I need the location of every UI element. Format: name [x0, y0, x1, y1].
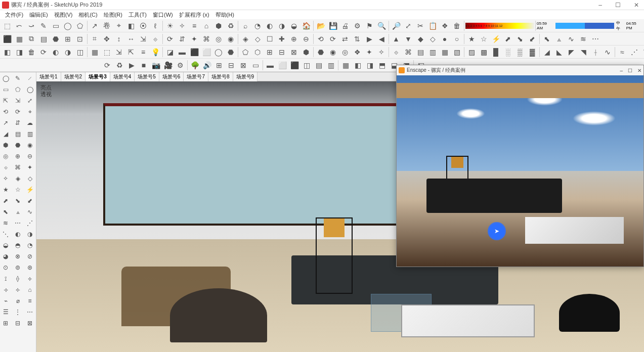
left-tool-42[interactable]: ⋱ [0, 229, 11, 239]
toolbar1-btn-3[interactable]: ✎ [37, 20, 50, 32]
toolbar2-btn-24[interactable]: ⊖ [300, 33, 312, 45]
toolbar3-btn-16[interactable]: ⬜ [200, 46, 212, 58]
left-tool-51[interactable]: ⊙ [0, 262, 11, 273]
left-tool-31[interactable]: ☆ [12, 185, 23, 195]
toolbar2-btn-28[interactable]: ⇅ [351, 33, 363, 45]
menu-tools[interactable]: 工具(T) [125, 11, 150, 19]
left-tool-60[interactable]: ⌁ [0, 296, 11, 306]
toolbar3-btn-29[interactable]: ✦ [363, 46, 375, 58]
toolbar2-btn-20[interactable]: ◇ [251, 33, 264, 45]
left-tool-47[interactable]: ◔ [24, 240, 35, 250]
toolbar2-btn-41[interactable]: ⬊ [514, 33, 526, 45]
toolbar1-btn-9[interactable]: ⌖ [113, 20, 125, 32]
left-tool-8[interactable]: ⤢ [24, 96, 35, 106]
toolbar3-btn-43[interactable]: ◢ [541, 46, 553, 58]
menu-file[interactable]: 文件(F) [2, 11, 26, 19]
toolbar3-btn-32[interactable]: ⌘ [402, 46, 414, 58]
toolbar2-btn-4[interactable]: ⬣ [50, 33, 62, 45]
toolbar3-btn-13[interactable]: ◪ [164, 46, 176, 58]
scene-tab-8[interactable]: 场景号8 [208, 72, 233, 81]
toolbar4-btn-20[interactable]: ◧ [352, 59, 364, 71]
toolbar4-btn-11[interactable]: ⊠ [237, 59, 249, 71]
toolbar1-btn-24[interactable]: 🏠 [300, 20, 312, 32]
toolbar3-btn-39[interactable]: █ [490, 46, 502, 58]
left-tool-63[interactable]: ☰ [0, 307, 11, 317]
toolbar2-btn-19[interactable]: ◈ [239, 33, 251, 45]
left-tool-23[interactable]: ⊖ [24, 151, 35, 161]
left-tool-54[interactable]: ⟟ [0, 274, 11, 284]
toolbar1-btn-22[interactable]: ◑ [276, 20, 288, 32]
left-tool-12[interactable]: ↗ [0, 118, 11, 128]
toolbar3-btn-34[interactable]: ▥ [426, 46, 439, 58]
left-tool-5[interactable]: ◯ [24, 84, 35, 95]
toolbar2-btn-34[interactable]: ◇ [426, 33, 439, 45]
left-tool-22[interactable]: ⊕ [12, 151, 23, 161]
toolbar1-btn-28[interactable]: ⚙ [351, 20, 363, 32]
toolbar1-btn-10[interactable]: ◧ [125, 20, 137, 32]
toolbar4-btn-16[interactable]: ◫ [300, 59, 313, 71]
toolbar4-btn-6[interactable]: ⚙ [174, 59, 186, 71]
toolbar2-btn-42[interactable]: ⬋ [526, 33, 538, 45]
toolbar3-btn-35[interactable]: ▦ [439, 46, 451, 58]
toolbar2-btn-21[interactable]: ☐ [264, 33, 276, 45]
toolbar2-btn-10[interactable]: ↔ [125, 33, 137, 45]
scene-tab-5[interactable]: 场景号5 [135, 72, 159, 81]
toolbar2-btn-38[interactable]: ☆ [478, 33, 490, 45]
left-tool-13[interactable]: ⇵ [12, 118, 23, 128]
toolbar1-btn-14[interactable]: ✧ [176, 20, 188, 32]
toolbar4-btn-2[interactable]: ▶ [125, 59, 138, 71]
toolbar3-btn-5[interactable]: ◑ [62, 46, 74, 58]
left-tool-15[interactable]: ◢ [0, 129, 11, 139]
toolbar3-btn-20[interactable]: ⬡ [251, 46, 264, 58]
toolbar1-btn-27[interactable]: 🖨 [339, 20, 351, 32]
scene-tab-4[interactable]: 场景号4 [110, 72, 135, 81]
toolbar4-btn-17[interactable]: ▤ [313, 59, 325, 71]
toolbar3-btn-49[interactable]: ≈ [616, 46, 628, 58]
left-tool-29[interactable]: ◇ [24, 173, 35, 184]
toolbar3-btn-24[interactable]: ⬢ [300, 46, 312, 58]
left-tool-68[interactable]: ⊠ [24, 318, 35, 328]
left-tool-61[interactable]: ⌀ [12, 296, 23, 306]
left-tool-28[interactable]: ◈ [12, 173, 23, 184]
toolbar2-btn-47[interactable]: ⋯ [589, 33, 602, 45]
scene-tab-7[interactable]: 场景号7 [184, 72, 208, 81]
toolbar2-btn-44[interactable]: ⟁ [553, 33, 565, 45]
toolbar1-btn-21[interactable]: ◐ [264, 20, 276, 32]
toolbar1-btn-0[interactable]: ⬚ [1, 20, 13, 32]
toolbar3-btn-30[interactable]: ✧ [375, 46, 388, 58]
left-tool-10[interactable]: ⟳ [12, 107, 23, 117]
toolbar3-btn-37[interactable]: ▨ [465, 46, 478, 58]
menu-window[interactable]: 窗口(W) [150, 11, 176, 19]
toolbar3-btn-8[interactable]: ⬚ [101, 46, 113, 58]
close-button[interactable]: ✕ [631, 2, 642, 9]
time-of-day-slider[interactable] [555, 23, 614, 29]
toolbar1-btn-16[interactable]: ⌂ [200, 20, 212, 32]
toolbar1-btn-2[interactable]: ⤻ [25, 20, 37, 32]
toolbar2-btn-13[interactable]: ⟳ [164, 33, 176, 45]
toolbar4-btn-3[interactable]: ■ [138, 59, 150, 71]
toolbar1-btn-32[interactable]: ⤢ [402, 20, 414, 32]
toolbar3-btn-25[interactable]: ⬣ [315, 46, 327, 58]
toolbar3-btn-47[interactable]: ⟊ [589, 46, 602, 58]
scene-tab-6[interactable]: 场景号6 [159, 72, 184, 81]
enscape-viewport[interactable]: ➤ [397, 75, 643, 267]
toolbar2-btn-30[interactable]: ◀ [375, 33, 388, 45]
toolbar1-btn-19[interactable]: ⌕ [239, 20, 251, 32]
left-tool-65[interactable]: ⋯ [24, 307, 35, 317]
toolbar1-btn-5[interactable]: ◯ [62, 20, 74, 32]
left-tool-39[interactable]: ≋ [0, 218, 11, 228]
left-tool-32[interactable]: ⚡ [24, 185, 35, 195]
left-tool-40[interactable]: ⋯ [12, 218, 23, 228]
toolbar1-btn-4[interactable]: ▭ [50, 20, 62, 32]
toolbar1-btn-17[interactable]: ⬢ [212, 20, 225, 32]
toolbar3-btn-45[interactable]: ◤ [565, 46, 577, 58]
toolbar4-btn-22[interactable]: ⬒ [376, 59, 388, 71]
toolbar1-btn-34[interactable]: 📋 [426, 20, 439, 32]
toolbar2-btn-45[interactable]: ∿ [565, 33, 577, 45]
toolbar3-btn-31[interactable]: ⟐ [390, 46, 402, 58]
toolbar2-btn-9[interactable]: ↕ [113, 33, 125, 45]
left-tool-3[interactable]: ▭ [0, 84, 11, 95]
toolbar2-btn-3[interactable]: ▤ [37, 33, 50, 45]
menu-edit[interactable]: 编辑(E) [26, 11, 51, 19]
toolbar3-btn-19[interactable]: ⬠ [239, 46, 251, 58]
